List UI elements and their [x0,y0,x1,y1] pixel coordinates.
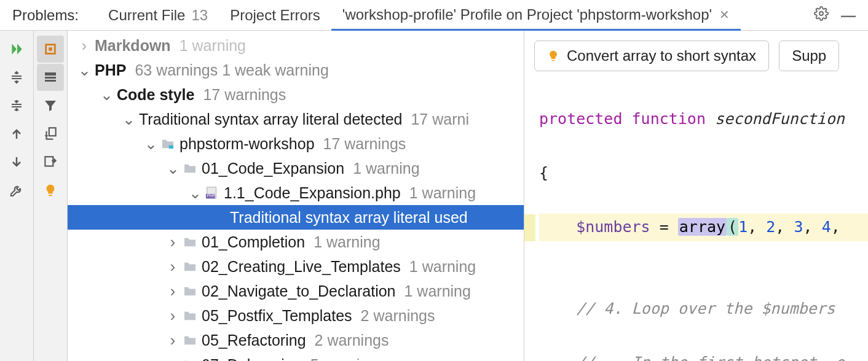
tab-current-file[interactable]: Current File 13 [97,0,219,30]
chevron-down-icon: ⌄ [166,160,180,177]
expand-all-icon[interactable] [3,64,30,91]
tree-row-folder[interactable]: › 05_Refactoring 2 warnings [68,328,524,352]
chevron-right-icon: › [166,307,180,325]
code-preview: protected function secondFunction { $num… [524,79,868,361]
close-icon[interactable]: ✕ [719,7,730,22]
preview-panel: Convert array to short syntax Supp prote… [524,31,868,361]
group-by-icon[interactable] [37,64,64,91]
tree-row-folder[interactable]: ⌄ 01_Code_Expansion 1 warning [68,156,524,180]
folder-icon [183,261,197,272]
tree-row-php[interactable]: ⌄ PHP 63 warnings 1 weak warning [68,58,524,82]
chevron-right-icon: › [166,332,180,349]
minimize-icon[interactable]: — [841,7,856,24]
toolbar-left-2 [34,31,68,361]
svg-rect-6 [49,128,56,136]
svg-rect-2 [49,47,52,51]
rerun-icon[interactable] [3,36,30,63]
suppress-button[interactable]: Supp [779,41,839,71]
svg-point-0 [819,12,823,15]
tree-row-folder[interactable]: › 02_Navigate_to_Declaration 1 warning [68,279,524,303]
tab-project-errors[interactable]: Project Errors [219,0,331,30]
autoscroll-icon[interactable] [37,120,64,147]
svg-rect-8 [169,146,173,149]
chevron-right-icon: › [77,37,91,55]
chevron-down-icon: ⌄ [77,61,91,79]
folder-icon [183,335,197,346]
folder-icon [183,285,197,297]
prev-icon[interactable] [3,120,30,147]
problems-tree: › Markdown 1 warning ⌄ PHP 63 warnings 1… [68,31,524,361]
wrench-icon[interactable] [3,177,30,204]
collapse-all-icon[interactable] [3,92,30,119]
bulb-icon[interactable] [37,177,64,204]
tree-row-folder[interactable]: › 01_Completion 1 warning [68,230,524,254]
export-icon[interactable] [37,149,64,176]
chevron-right-icon: › [166,258,180,276]
tree-row-folder[interactable]: › 02_Creating_Live_Templates 1 warning [68,254,524,279]
tree-row-folder[interactable]: › 05_Postfix_Templates 2 warnings [68,303,524,328]
php-file-icon: PHP [205,186,219,200]
chevron-right-icon: › [166,356,180,362]
problems-tabs: Problems: Current File 13 Project Errors… [0,0,868,31]
gear-icon[interactable] [814,6,829,25]
tree-row-codestyle[interactable]: ⌄ Code style 17 warnings [68,82,524,107]
chevron-down-icon: ⌄ [100,86,113,104]
folder-icon [183,163,197,174]
next-icon[interactable] [3,149,30,176]
tree-row-folder[interactable]: › 07_Debugging 5 warnings [68,352,524,361]
chevron-down-icon: ⌄ [188,184,202,202]
tree-row-selected-issue[interactable]: Traditional syntax array literal used [68,205,524,230]
svg-rect-4 [45,77,56,79]
quickfix-button[interactable]: Convert array to short syntax [534,41,769,71]
highlight-icon[interactable] [37,36,64,63]
bulb-icon [547,50,559,62]
tree-row-inspection[interactable]: ⌄ Traditional syntax array literal detec… [68,107,524,131]
folder-icon [183,310,197,321]
toolbar-left-1 [0,31,34,361]
chevron-down-icon: ⌄ [122,111,135,128]
chevron-down-icon: ⌄ [144,135,157,153]
tree-row-project[interactable]: ⌄ phpstorm-workshop 17 warnings [68,131,524,156]
filter-icon[interactable] [37,92,64,119]
tab-profile[interactable]: 'workshop-profile' Profile on Project 'p… [331,1,741,31]
svg-rect-3 [45,72,56,76]
problems-label: Problems: [12,7,79,24]
tree-row-markdown[interactable]: › Markdown 1 warning [68,33,524,58]
folder-icon [183,236,197,247]
svg-text:PHP: PHP [207,193,215,198]
folder-icon [161,138,175,149]
svg-rect-5 [45,80,56,82]
chevron-right-icon: › [166,233,180,251]
tree-row-file[interactable]: ⌄ PHP 1.1_Code_Expansion.php 1 warning [68,180,524,205]
chevron-right-icon: › [166,282,180,300]
